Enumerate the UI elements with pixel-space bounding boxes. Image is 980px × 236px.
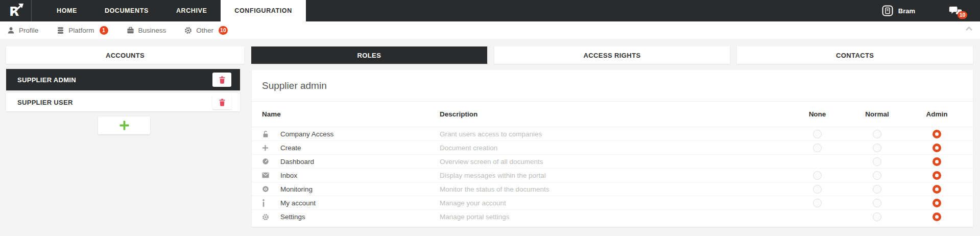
radio-normal[interactable] — [873, 157, 881, 166]
trash-icon — [219, 76, 226, 84]
chevron-up-icon — [965, 26, 973, 31]
app-logo[interactable]: R — [0, 0, 32, 21]
delete-account-button[interactable] — [212, 73, 231, 87]
radio-none[interactable] — [813, 185, 822, 194]
radio-normal[interactable] — [873, 213, 881, 221]
permission-name: Settings — [280, 213, 440, 221]
collapse-subnav-button[interactable] — [965, 26, 973, 31]
column-header-normal: Normal — [847, 110, 907, 118]
permission-description: Manage portal settings — [440, 213, 787, 221]
subnav-label-profile: Profile — [19, 27, 38, 34]
radio-none[interactable] — [813, 199, 822, 207]
user-name: Bram — [898, 7, 915, 15]
permission-description: Document creation — [440, 144, 787, 152]
column-header-description: Description — [440, 110, 787, 118]
tab-contacts[interactable]: CONTACTS — [737, 46, 973, 64]
subnav-label-business: Business — [138, 27, 166, 34]
subnav-item-other[interactable]: Other 10 — [184, 26, 227, 35]
permission-row-company-access: Company Access Grant users access to com… — [252, 127, 973, 141]
unlock-icon — [262, 130, 280, 138]
subnav-label-other: Other — [196, 27, 213, 34]
eye-icon — [262, 185, 280, 193]
permission-name: Inbox — [280, 172, 440, 179]
other-badge: 10 — [219, 26, 228, 35]
envelope-icon — [262, 172, 280, 178]
permission-name: Company Access — [280, 130, 440, 138]
nav-tab-home[interactable]: HOME — [43, 0, 91, 21]
account-row-supplier-user[interactable]: SUPPLIER USER — [6, 93, 240, 111]
radio-normal[interactable] — [873, 171, 881, 180]
permission-row-inbox: Inbox Display messages within the portal — [252, 169, 973, 182]
radio-normal[interactable] — [873, 144, 881, 152]
permission-row-create: Create Document creation — [252, 141, 973, 155]
radio-none[interactable] — [813, 130, 822, 138]
permission-row-settings: Settings Manage portal settings — [252, 210, 973, 224]
radio-normal[interactable] — [873, 199, 881, 207]
document-icon — [882, 5, 893, 16]
role-tabs: ROLES ACCESS RIGHTS CONTACTS — [251, 46, 973, 64]
permission-name: Dashboard — [280, 158, 440, 166]
subnav-item-profile[interactable]: Profile — [7, 27, 38, 34]
column-header-name: Name — [262, 110, 440, 118]
radio-none[interactable] — [813, 144, 822, 152]
navbar-right: Bram 10 — [882, 0, 980, 21]
account-label: SUPPLIER USER — [17, 99, 73, 106]
permission-description: Monitor the status of the documents — [440, 185, 787, 193]
radio-normal[interactable] — [873, 185, 881, 194]
radio-admin[interactable] — [933, 185, 941, 194]
permission-name: Monitoring — [280, 185, 440, 193]
permission-name: Create — [280, 144, 440, 152]
permission-description: Grant users access to companies — [440, 130, 787, 138]
config-subnav: Profile Platform 1 Business Other 10 — [0, 21, 980, 39]
radio-admin[interactable] — [933, 157, 941, 166]
platform-stack-icon — [57, 27, 64, 34]
account-row-supplier-admin[interactable]: SUPPLIER ADMIN — [6, 69, 240, 90]
role-title: Supplier admin — [252, 70, 973, 102]
accounts-title: ACCOUNTS — [106, 52, 145, 59]
role-detail-card: Supplier admin Name Description None Nor… — [252, 70, 973, 227]
nav-tab-archive[interactable]: ARCHIVE — [162, 0, 221, 21]
permission-row-monitoring: Monitoring Monitor the status of the doc… — [252, 182, 973, 196]
radio-admin[interactable] — [933, 171, 941, 180]
main-nav-tabs: HOME DOCUMENTS ARCHIVE CONFIGURATION — [43, 0, 306, 21]
plus-icon — [119, 120, 130, 131]
account-label: SUPPLIER ADMIN — [17, 76, 76, 84]
nav-tab-configuration[interactable]: CONFIGURATION — [221, 0, 305, 21]
logo-icon: R — [8, 3, 24, 18]
trash-icon — [219, 99, 226, 106]
user-menu[interactable]: Bram — [882, 5, 915, 16]
subnav-item-business[interactable]: Business — [127, 27, 166, 34]
permission-description: Display messages within the portal — [440, 172, 787, 179]
permission-row-my-account: My account Manage your account — [252, 196, 973, 210]
permission-description: Overview screen of all documents — [440, 158, 787, 166]
subnav-item-platform[interactable]: Platform 1 — [57, 26, 108, 35]
tab-access-rights[interactable]: ACCESS RIGHTS — [494, 46, 730, 64]
radio-admin[interactable] — [933, 130, 941, 138]
permission-name: My account — [280, 199, 440, 207]
info-icon — [262, 199, 280, 207]
radio-admin[interactable] — [933, 144, 941, 152]
radio-admin[interactable] — [933, 199, 941, 207]
radio-none[interactable] — [813, 171, 822, 180]
column-header-none: None — [787, 110, 847, 118]
gear-icon — [262, 214, 280, 221]
platform-badge: 1 — [100, 26, 108, 35]
accounts-list: SUPPLIER ADMIN SUPPLIER USER — [6, 69, 240, 114]
add-account-button[interactable] — [98, 116, 150, 134]
messages-button[interactable]: 10 — [949, 6, 963, 17]
subnav-label-platform: Platform — [68, 27, 94, 34]
radio-normal[interactable] — [873, 130, 881, 138]
dashboard-icon — [262, 158, 280, 165]
user-icon — [7, 27, 15, 34]
permission-description: Manage your account — [440, 199, 787, 207]
radio-admin[interactable] — [933, 213, 941, 221]
tab-roles[interactable]: ROLES — [251, 46, 487, 64]
delete-account-button[interactable] — [212, 95, 231, 109]
nav-tab-documents[interactable]: DOCUMENTS — [91, 0, 162, 21]
column-header-admin: Admin — [907, 110, 967, 118]
top-navbar: R HOME DOCUMENTS ARCHIVE CONFIGURATION B… — [0, 0, 980, 21]
messages-badge: 10 — [958, 11, 967, 19]
permissions-table-header: Name Description None Normal Admin — [252, 102, 973, 127]
accounts-panel-header: ACCOUNTS — [6, 46, 244, 64]
briefcase-icon — [127, 27, 134, 34]
